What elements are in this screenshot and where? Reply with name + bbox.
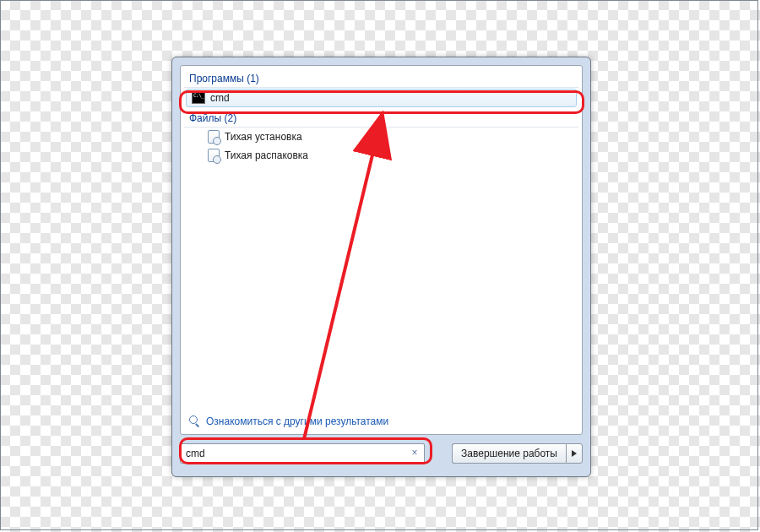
chevron-right-icon: [572, 450, 577, 457]
result-program-cmd[interactable]: cmd: [186, 89, 577, 107]
shutdown-split-button: Завершение работы: [452, 443, 583, 464]
section-header-files: Файлы (2): [184, 111, 578, 128]
clear-search-icon[interactable]: ×: [409, 447, 421, 459]
start-menu-bottom-bar: × Завершение работы: [180, 438, 583, 469]
document-icon: [208, 149, 220, 162]
section-header-programs: Программы (1): [184, 71, 578, 88]
cmd-exe-icon: [192, 92, 205, 104]
shutdown-button[interactable]: Завершение работы: [452, 443, 566, 464]
shutdown-options-button[interactable]: [566, 443, 583, 464]
search-icon: [189, 415, 201, 427]
result-label: Тихая распаковка: [225, 149, 308, 161]
shutdown-label: Завершение работы: [461, 448, 557, 459]
search-input[interactable]: [180, 443, 425, 464]
search-results-panel: Программы (1) cmd Файлы (2) Тихая устано…: [180, 65, 583, 435]
search-box-wrap: ×: [180, 443, 425, 464]
see-more-label: Ознакомиться с другими результатами: [206, 415, 388, 427]
see-more-results-link[interactable]: Ознакомиться с другими результатами: [189, 415, 388, 427]
result-file-2[interactable]: Тихая распаковка: [184, 146, 578, 165]
document-icon: [208, 130, 220, 144]
result-label: cmd: [210, 92, 230, 104]
result-label: Тихая установка: [225, 131, 302, 143]
start-menu-window: Программы (1) cmd Файлы (2) Тихая устано…: [171, 57, 591, 477]
result-file-1[interactable]: Тихая установка: [184, 128, 578, 146]
svg-marker-0: [572, 450, 577, 457]
